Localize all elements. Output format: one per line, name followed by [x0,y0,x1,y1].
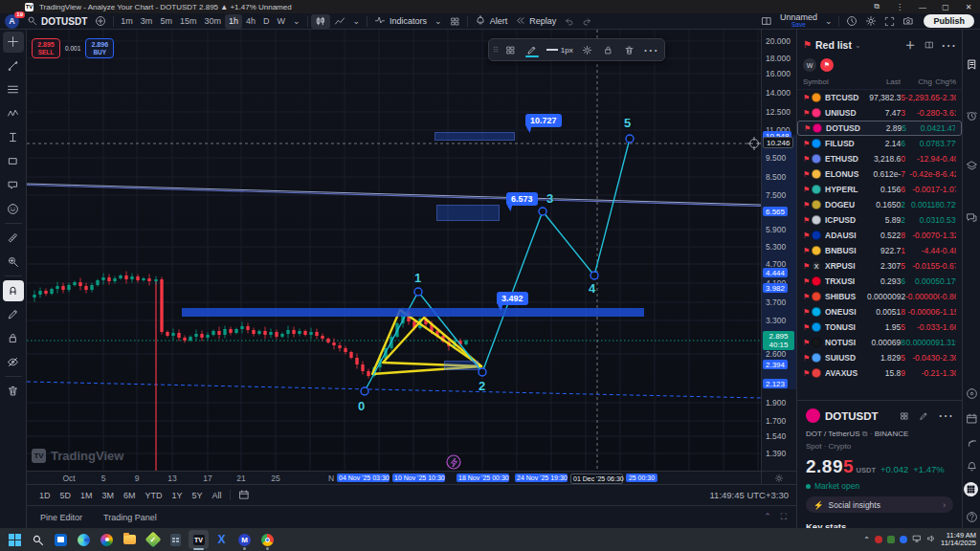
row-flag-icon[interactable]: ⚑ [803,216,812,225]
tray-bluetooth-icon[interactable] [900,536,907,543]
indicators-button[interactable]: Indicators [370,14,431,29]
taskbar-photos-icon[interactable] [97,530,117,549]
watchlist-layout-icon[interactable] [924,36,934,54]
color-pencil-icon[interactable] [523,41,542,58]
layout-save-button[interactable]: Unnamed Save [776,14,821,29]
range-all[interactable]: All [208,489,227,502]
app-badge-icon[interactable]: ⧉ [865,0,888,13]
timeframe-D[interactable]: D [259,14,274,29]
watchlist-panel-icon[interactable] [964,56,980,73]
row-flag-icon[interactable]: ⚑ [804,124,813,133]
undo-button[interactable] [560,14,578,29]
price-callout-label[interactable]: 6.573 [506,192,538,206]
supply-demand-zone[interactable] [444,361,479,370]
watchlist-row-ELONUS[interactable]: ⚑ELONUS0.612e-7-0.42e-8-6.42% [797,166,962,182]
range-6m[interactable]: 6M [119,489,141,502]
watchlist-row-ADAUSI[interactable]: ⚑ADAUSI0.5228-0.0070-1.32% [797,228,962,243]
panel-maximize-icon[interactable]: ⛶ [781,512,787,522]
watchlist-more-icon[interactable]: ⋯ [941,36,956,55]
chat-icon[interactable] [964,209,980,226]
watchlist-row-ONEUSI[interactable]: ⚑ONEUSI0.00518-0.00006-1.15% [797,304,962,320]
line-tools-button[interactable] [330,14,349,29]
row-flag-icon[interactable]: ⚑ [803,231,812,240]
snapshot-camera-icon[interactable] [899,14,918,29]
range-1y[interactable]: 1Y [167,489,188,502]
target-icon[interactable] [964,386,980,402]
fullscreen-icon[interactable] [880,14,899,29]
range-5y[interactable]: 5Y [188,489,208,502]
taskbar-tradingview-icon[interactable]: TV [189,530,209,549]
watchlist-row-UNIUSD[interactable]: ⚑UNIUSD7.473-0.280-3.61% [797,105,962,121]
watchlist-row-NOTUSI[interactable]: ⚑NOTUSI0.0006980.0000091.31% [797,335,962,350]
supply-demand-zone[interactable] [182,308,644,317]
line-tools-dropdown-icon[interactable]: ⌄ [349,14,365,29]
watchlist-row-BNBUSI[interactable]: ⚑BNBUSI922.71-4.44-0.48% [797,243,962,258]
taskbar-cmc-icon[interactable]: M [234,530,255,549]
timeframe-15m[interactable]: 15m [176,14,201,29]
go-to-date-icon[interactable] [234,487,255,504]
timeframe-1m[interactable]: 1m [117,14,137,29]
row-flag-icon[interactable]: ⚑ [803,262,812,271]
settings-gear-icon[interactable] [861,14,880,29]
details-layout-icon[interactable] [900,408,909,425]
draw-edit-tool[interactable] [3,304,24,325]
drag-handle-icon[interactable]: ⠿ [493,46,500,55]
watchlist-row-ICPUSD[interactable]: ⚑ICPUSD5.8920.0310.53% [797,212,962,228]
timeframe-30m[interactable]: 30m [200,14,225,29]
flag-all-badge[interactable]: W [803,58,816,72]
apps-grid-icon[interactable] [964,482,978,496]
zoom-in-tool[interactable] [3,252,24,273]
row-flag-icon[interactable]: ⚑ [803,354,812,363]
layers-icon[interactable] [964,158,980,174]
price-callout-label[interactable]: 3.492 [497,292,528,305]
lock-all-tool[interactable] [3,328,24,349]
tray-gpu-icon[interactable] [887,536,895,543]
shapes-tool[interactable] [3,151,24,172]
ruler-tool[interactable] [3,228,24,249]
watchlist-title[interactable]: Red list [815,39,852,51]
watchlist-row-TONUSI[interactable]: ⚑TONUSI1.955-0.033-1.66% [797,320,962,335]
supply-demand-zone[interactable] [434,132,515,141]
watchlist-row-HYPERL[interactable]: ⚑HYPERL0.1566-0.0017-1.07% [797,182,962,197]
long-position-tool[interactable] [3,127,24,148]
fib-retracement-tool[interactable] [3,79,24,100]
buy-button[interactable]: 2.896 BUY [85,38,114,58]
row-flag-icon[interactable]: ⚑ [803,369,812,378]
chart-style-button[interactable] [311,14,330,29]
chart-canvas[interactable]: 10.7276.5733.492 012345 TV TradingView 2… [27,30,761,471]
row-flag-icon[interactable]: ⚑ [803,247,812,255]
details-symbol[interactable]: DOTUSDT [825,410,890,422]
timeframe-dropdown-icon[interactable]: ⌄ [289,14,304,29]
row-flag-icon[interactable]: ⚑ [803,339,812,347]
comment-tool[interactable] [3,175,24,196]
trash-tool[interactable] [3,381,24,402]
tab-trading-panel[interactable]: Trading Panel [96,510,165,525]
add-symbol-icon[interactable]: ＋ [902,35,918,55]
watchlist-dropdown-icon[interactable]: ⌄ [855,41,861,50]
timeframe-3m[interactable]: 3m [137,14,157,29]
row-flag-icon[interactable]: ⚑ [803,201,812,209]
watchlist-row-XRPUSI[interactable]: ⚑XXRPUSI2.3075-0.0155-0.67% [797,258,962,274]
range-5d[interactable]: 5D [56,489,77,502]
alerts-clock-icon[interactable] [964,108,980,124]
watchlist-row-FILUSD[interactable]: ⚑FILUSD2.1460.0783.77% [797,136,962,151]
watchlist-row-AVAXUS[interactable]: ⚑AVAXUS15.89-0.21-1.30% [797,365,962,381]
panel-expand-icon[interactable]: ⌃ [764,512,771,522]
external-link-icon[interactable]: ⧉ [862,430,868,438]
indicators-dropdown-icon[interactable]: ⌄ [431,14,446,29]
row-flag-icon[interactable]: ⚑ [803,109,812,118]
watchlist-row-DOGEU[interactable]: ⚑DOGEU0.165020.001180.72% [797,197,962,212]
calendar-icon[interactable] [964,410,980,427]
watchlist-row-SUIUSD[interactable]: ⚑SUIUSD1.8295-0.0430-2.30% [797,350,962,365]
alert-button[interactable]: Alert [471,14,512,29]
details-edit-icon[interactable] [919,408,928,425]
price-axis[interactable]: 20.00018.00016.00014.00012.50011.0009.50… [761,30,796,484]
social-insights-button[interactable]: ⚡ Social insights › [806,496,953,513]
watchlist-row-ETHUSD[interactable]: ⚑ETHUSD3,218.60-12.94-0.40% [797,151,962,166]
line-width-button[interactable]: 1px [544,46,576,55]
wave-pattern-tool[interactable] [3,103,24,124]
magnet-tool[interactable] [3,280,24,301]
timeframe-W[interactable]: W [273,14,289,29]
watchlist-row-TRXUSI[interactable]: ⚑TRXUSI0.29360.00050.17% [797,274,962,289]
tray-network-icon[interactable] [912,534,922,545]
